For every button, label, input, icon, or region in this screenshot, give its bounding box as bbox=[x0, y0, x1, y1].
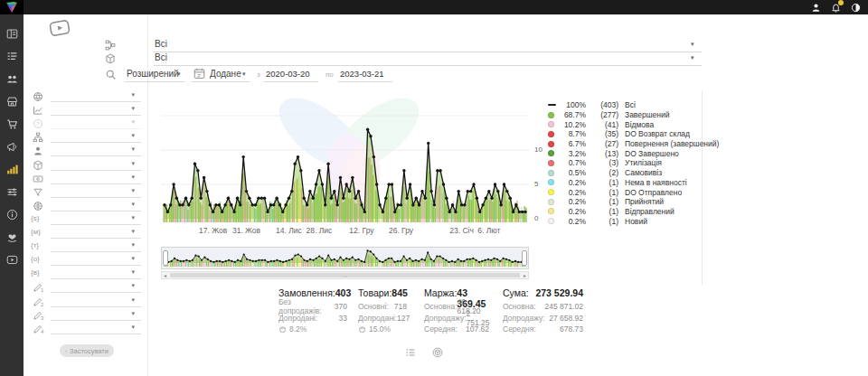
chevron-down-icon[interactable]: ▾ bbox=[131, 187, 135, 194]
sidebar-item-dashboard[interactable] bbox=[0, 25, 24, 42]
y-axis-tick: 10 bbox=[534, 146, 542, 154]
chevron-down-icon[interactable]: ▾ bbox=[131, 118, 135, 126]
legend-item[interactable]: 8.7%(35)DO Возврат склад bbox=[548, 129, 719, 139]
filter-row-package[interactable]: ▾ bbox=[24, 159, 147, 173]
date-field-select[interactable]: Додане bbox=[210, 69, 241, 79]
filter-row-banknote[interactable]: ▾ bbox=[24, 173, 147, 186]
theme-toggle-icon[interactable] bbox=[851, 3, 861, 13]
filter-select-underline bbox=[51, 238, 141, 239]
package-view-icon[interactable] bbox=[432, 347, 443, 358]
chevron-down-icon[interactable]: ▾ bbox=[131, 201, 135, 208]
legend-item[interactable]: 0.2%(1)Прийнятий bbox=[548, 197, 719, 207]
product-filter-value[interactable]: Всі bbox=[155, 52, 167, 62]
filter-row-help[interactable]: ?▾ bbox=[24, 118, 147, 131]
filter-row-funnel[interactable]: ▾ bbox=[24, 186, 147, 200]
chevron-down-icon[interactable]: ▾ bbox=[131, 228, 135, 235]
search-mode-select[interactable]: Розширений bbox=[127, 69, 179, 79]
chevron-down-icon[interactable]: ▾ bbox=[131, 268, 135, 276]
chevron-down-icon[interactable]: ▾ bbox=[242, 70, 246, 78]
filter-row-person[interactable]: ▾ bbox=[24, 145, 147, 158]
sidebar-item-info[interactable] bbox=[0, 206, 24, 223]
sidebar-item-integrations[interactable] bbox=[0, 183, 24, 201]
filter-row-globe[interactable]: ▾ bbox=[24, 90, 147, 104]
apply-button[interactable]: Застосувати bbox=[60, 344, 114, 357]
legend-label: Самовивіз bbox=[622, 168, 719, 177]
user-icon[interactable] bbox=[811, 3, 821, 13]
legend-percent: 68.7% bbox=[559, 110, 590, 119]
filter-row-trend[interactable]: ▾ bbox=[24, 104, 147, 118]
filter-row-token-10[interactable]: {s}▾ bbox=[24, 213, 147, 227]
legend-item[interactable]: 68.7%(277)Завершений bbox=[548, 110, 719, 120]
legend-percent: 0.2% bbox=[559, 197, 590, 206]
scroll-right-icon[interactable]: ▸ bbox=[524, 272, 526, 279]
chevron-down-icon[interactable]: ▾ bbox=[131, 282, 135, 289]
date-to-input[interactable]: 2023-03-21 bbox=[340, 69, 384, 79]
chevron-down-icon[interactable]: ▾ bbox=[131, 146, 135, 153]
chevron-down-icon[interactable]: ▾ bbox=[131, 310, 135, 317]
legend-item[interactable]: 3.2%(13)DO Завершено bbox=[548, 148, 719, 158]
brush-handle-left[interactable] bbox=[163, 250, 168, 266]
app-logo[interactable] bbox=[0, 0, 24, 14]
filter-row-pencil3[interactable]: 3▾ bbox=[24, 309, 147, 323]
scrollbar-thumb[interactable]: ⋯ bbox=[170, 273, 520, 277]
date-field-underline bbox=[192, 80, 250, 82]
sidebar-item-cart[interactable] bbox=[0, 116, 24, 133]
filter-row-pencil4[interactable]: 4▾ bbox=[24, 323, 147, 336]
chevron-down-icon[interactable]: ▾ bbox=[131, 160, 135, 167]
sidebar-item-analytics[interactable] bbox=[0, 161, 24, 178]
legend-item[interactable]: 0.7%(3)Утилізація bbox=[548, 158, 719, 168]
filter-row-token-14[interactable]: {в}▾ bbox=[24, 268, 147, 281]
chevron-down-icon[interactable]: ▾ bbox=[131, 91, 135, 99]
calendar-icon[interactable] bbox=[193, 68, 205, 80]
date-from-input[interactable]: 2020-03-20 bbox=[266, 69, 310, 79]
sidebar-item-marketing[interactable] bbox=[0, 138, 24, 155]
chart-legend: 100%(403)Всі68.7%(277)Завершений10.2%(41… bbox=[548, 100, 719, 226]
chart-minimap[interactable] bbox=[161, 247, 529, 269]
legend-label: Завершений bbox=[622, 110, 719, 119]
pencil-index: 3 bbox=[41, 315, 43, 321]
x-axis-tick: 23. Січ bbox=[449, 226, 474, 235]
sidebar-item-customers[interactable] bbox=[0, 70, 24, 88]
filter-row-token-11[interactable]: {м}▾ bbox=[24, 227, 147, 240]
chevron-down-icon[interactable]: ▾ bbox=[131, 255, 135, 262]
chevron-down-icon[interactable]: ▾ bbox=[131, 132, 135, 139]
sidebar-item-videos[interactable] bbox=[0, 251, 24, 268]
legend-item[interactable]: 6.7%(27)Повернення (завершений) bbox=[548, 139, 719, 149]
stat-sub-value: 107.62 bbox=[466, 324, 489, 334]
chevron-down-icon[interactable]: ▾ bbox=[131, 105, 135, 112]
search-icon[interactable] bbox=[105, 69, 117, 80]
legend-item[interactable]: 0.5%(2)Самовивіз bbox=[548, 168, 719, 178]
sidebar-item-store[interactable] bbox=[0, 93, 24, 110]
chevron-down-icon[interactable]: ▾ bbox=[131, 296, 135, 304]
sidebar-item-partners[interactable] bbox=[0, 229, 24, 246]
list-view-icon[interactable] bbox=[405, 347, 416, 358]
legend-item[interactable]: 100%(403)Всі bbox=[548, 100, 719, 110]
sidebar-item-orders[interactable] bbox=[0, 48, 24, 65]
video-tour-icon[interactable] bbox=[47, 17, 71, 39]
chevron-down-icon[interactable]: ▾ bbox=[131, 174, 135, 181]
chevron-down-icon[interactable]: ▾ bbox=[131, 324, 135, 331]
series-dot-marker bbox=[548, 150, 554, 156]
legend-item[interactable]: 10.2%(41)Відмова bbox=[548, 119, 719, 129]
filter-row-globe-grid[interactable]: ▾ bbox=[24, 200, 147, 213]
scroll-left-icon[interactable]: ◂ bbox=[164, 272, 166, 279]
legend-item[interactable]: 0.2%(1)Новий bbox=[548, 216, 719, 226]
main-chart[interactable] bbox=[161, 92, 529, 230]
chart-scrollbar[interactable]: ◂ ⋯ ▸ bbox=[161, 271, 529, 279]
legend-item[interactable]: 0.2%(1)Відправлений bbox=[548, 207, 719, 217]
chevron-down-icon[interactable]: ▾ bbox=[691, 41, 694, 48]
filter-row-pencil2[interactable]: 2▾ bbox=[24, 296, 147, 309]
notifications-bell-icon[interactable] bbox=[831, 3, 841, 13]
chevron-down-icon[interactable]: ▾ bbox=[131, 214, 135, 221]
filter-row-token-13[interactable]: {о}▾ bbox=[24, 254, 147, 268]
legend-item[interactable]: 0.2%(1)Нема в наявності bbox=[548, 178, 719, 188]
filter-row-hierarchy[interactable]: ▾ bbox=[24, 131, 147, 145]
chevron-down-icon[interactable]: ▾ bbox=[177, 70, 181, 78]
filter-row-token-12[interactable]: {т}▾ bbox=[24, 240, 147, 254]
legend-item[interactable]: 0.2%(1)DO Отправлено bbox=[548, 187, 719, 197]
chevron-down-icon[interactable]: ▾ bbox=[131, 241, 135, 249]
brush-handle-right[interactable] bbox=[522, 250, 527, 266]
chevron-down-icon[interactable]: ▾ bbox=[691, 54, 694, 61]
source-filter-value[interactable]: Всі bbox=[155, 39, 167, 49]
filter-row-pencil1[interactable]: 1▾ bbox=[24, 281, 147, 295]
